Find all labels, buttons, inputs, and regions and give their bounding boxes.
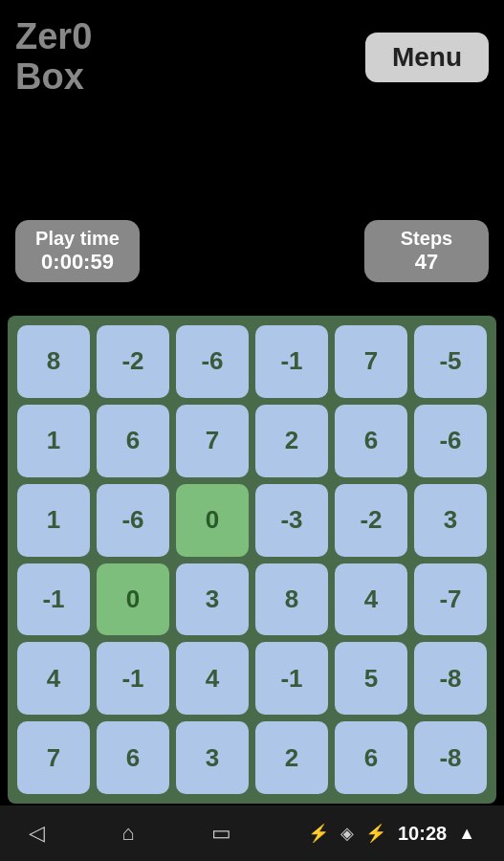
- grid-cell-20[interactable]: 3: [176, 563, 249, 636]
- playtime-box: Play time 0:00:59: [15, 220, 140, 282]
- grid-cell-28[interactable]: 5: [335, 642, 407, 715]
- grid-cell-13[interactable]: -6: [97, 484, 169, 557]
- grid-cell-10[interactable]: 6: [335, 405, 407, 477]
- grid-cell-26[interactable]: 4: [176, 642, 249, 715]
- grid-cell-18[interactable]: -1: [17, 563, 90, 636]
- home-icon[interactable]: ⌂: [121, 821, 134, 846]
- grid-cell-24[interactable]: 4: [17, 642, 90, 715]
- grid-cell-29[interactable]: -8: [414, 642, 487, 715]
- grid-cell-25[interactable]: -1: [97, 642, 169, 715]
- grid-cell-33[interactable]: 2: [255, 721, 328, 794]
- steps-label: Steps: [383, 228, 470, 250]
- grid-cell-6[interactable]: 1: [17, 405, 90, 477]
- grid-cell-11[interactable]: -6: [414, 405, 487, 477]
- grid-cell-3[interactable]: -1: [255, 325, 328, 398]
- grid-cell-17[interactable]: 3: [414, 484, 487, 557]
- charge-icon: ◈: [340, 823, 354, 844]
- status-area: ⚡ ◈ ⚡ 10:28 ▲: [308, 823, 475, 845]
- usb-icon: ⚡: [308, 823, 329, 844]
- grid-cell-12[interactable]: 1: [17, 484, 90, 557]
- grid-cell-19[interactable]: 0: [97, 563, 169, 636]
- grid-cell-22[interactable]: 4: [335, 563, 407, 636]
- grid-cell-23[interactable]: -7: [414, 563, 487, 636]
- grid-cell-30[interactable]: 7: [17, 721, 90, 794]
- grid-cell-5[interactable]: -5: [414, 325, 487, 398]
- menu-button[interactable]: Menu: [365, 33, 489, 82]
- stats-bar: Play time 0:00:59 Steps 47: [0, 220, 504, 282]
- grid-cell-2[interactable]: -6: [176, 325, 249, 398]
- recent-icon[interactable]: ▭: [211, 821, 231, 846]
- back-icon[interactable]: ◁: [29, 821, 45, 846]
- grid-cell-27[interactable]: -1: [255, 642, 328, 715]
- grid-cell-7[interactable]: 6: [97, 405, 169, 477]
- wifi-icon: ▲: [458, 824, 475, 844]
- app-logo: Zer0 Box: [15, 17, 92, 98]
- steps-value: 47: [383, 250, 470, 275]
- grid-cell-34[interactable]: 6: [335, 721, 407, 794]
- grid-cell-0[interactable]: 8: [17, 325, 90, 398]
- grid-cell-14[interactable]: 0: [176, 484, 249, 557]
- grid-cell-31[interactable]: 6: [97, 721, 169, 794]
- playtime-value: 0:00:59: [34, 250, 121, 275]
- grid-cell-1[interactable]: -2: [97, 325, 169, 398]
- grid-cell-4[interactable]: 7: [335, 325, 407, 398]
- clock: 10:28: [398, 823, 447, 845]
- grid-cell-35[interactable]: -8: [414, 721, 487, 794]
- steps-box: Steps 47: [364, 220, 489, 282]
- grid-cell-9[interactable]: 2: [255, 405, 328, 477]
- grid-cell-32[interactable]: 3: [176, 721, 249, 794]
- usb-icon-2: ⚡: [365, 823, 386, 844]
- game-area: 8-2-6-17-516726-61-60-3-23-10384-74-14-1…: [8, 316, 496, 804]
- playtime-label: Play time: [34, 228, 121, 250]
- nav-bar: ◁ ⌂ ▭ ⚡ ◈ ⚡ 10:28 ▲: [0, 806, 504, 861]
- grid-cell-21[interactable]: 8: [255, 563, 328, 636]
- grid-cell-8[interactable]: 7: [176, 405, 249, 477]
- grid-cell-16[interactable]: -2: [335, 484, 407, 557]
- grid: 8-2-6-17-516726-61-60-3-23-10384-74-14-1…: [17, 325, 487, 794]
- top-bar: Zer0 Box Menu: [0, 0, 504, 115]
- grid-cell-15[interactable]: -3: [255, 484, 328, 557]
